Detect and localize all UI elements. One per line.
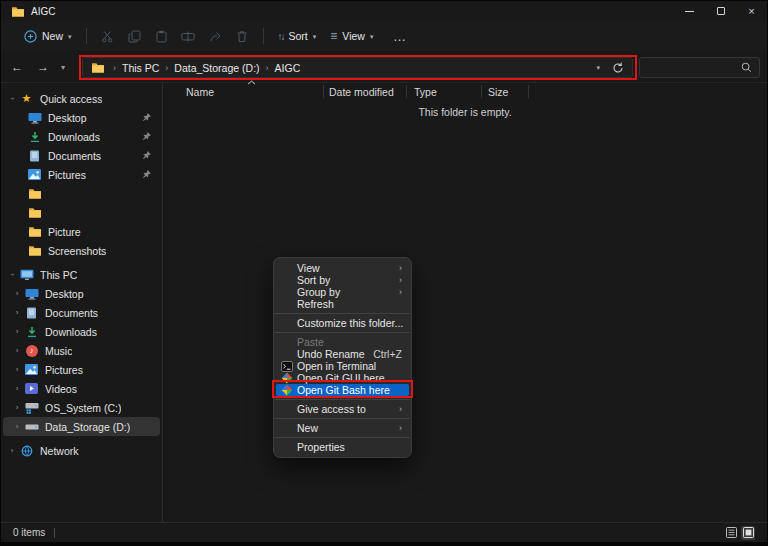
rename-button[interactable] [175, 25, 202, 47]
column-divider[interactable] [323, 85, 324, 98]
chevron-down-icon: › [8, 94, 17, 104]
column-header-date-modified[interactable]: Date modified [329, 86, 394, 98]
search-box[interactable] [639, 57, 760, 78]
chevron-right-icon: › [12, 346, 22, 355]
menu-item-view[interactable]: View › [274, 262, 411, 274]
menu-item-group-by[interactable]: Group by › [274, 286, 411, 298]
network-icon [19, 444, 34, 457]
sidebar-item-folder[interactable] [3, 203, 160, 222]
drive-icon [24, 420, 39, 433]
sidebar-item-pc-music[interactable]: › ♪ Music [3, 341, 160, 360]
toolbar-separator [263, 28, 264, 44]
more-options-button[interactable]: … [386, 25, 413, 47]
git-icon [281, 372, 294, 384]
view-icon: ≡ [330, 29, 337, 43]
sidebar-item-desktop[interactable]: Desktop [3, 108, 160, 127]
pin-icon [142, 169, 152, 179]
menu-item-undo-rename[interactable]: Undo Rename Ctrl+Z [274, 348, 411, 360]
chevron-down-icon: › [8, 270, 17, 280]
details-view-button[interactable] [724, 526, 738, 540]
chevron-down-icon: ▾ [68, 33, 72, 40]
sidebar-item-this-pc[interactable]: › This PC [3, 265, 160, 284]
sidebar-item-pc-videos[interactable]: › Videos [3, 379, 160, 398]
pictures-icon [27, 168, 42, 181]
sidebar-item-drive-c[interactable]: › OS_System (C:) [3, 398, 160, 417]
sidebar-item-folder[interactable] [3, 184, 160, 203]
breadcrumb-data-storage[interactable]: Data_Storage (D:) [172, 62, 261, 74]
sort-ascending-icon [247, 80, 256, 85]
column-header-size[interactable]: Size [488, 86, 508, 98]
sidebar-item-pictures[interactable]: Pictures [3, 165, 160, 184]
submenu-arrow-icon: › [399, 403, 402, 415]
breadcrumb-aigc[interactable]: AIGC [273, 62, 303, 74]
menu-item-sort-by[interactable]: Sort by › [274, 274, 411, 286]
copy-button[interactable] [121, 25, 148, 47]
menu-item-open-in-terminal[interactable]: Open in Terminal [274, 360, 411, 372]
submenu-arrow-icon: › [399, 422, 402, 434]
menu-item-customize-folder[interactable]: Customize this folder... [274, 317, 411, 329]
sidebar-item-picture[interactable]: Picture [3, 222, 160, 241]
drive-windows-icon [24, 401, 39, 414]
address-dropdown-button[interactable]: ▾ [596, 64, 600, 71]
submenu-arrow-icon: › [399, 262, 402, 274]
refresh-button[interactable] [612, 62, 624, 74]
sidebar-item-pc-desktop[interactable]: › Desktop [3, 284, 160, 303]
menu-item-open-git-gui[interactable]: Open Git GUI here [274, 372, 411, 384]
more-icon: … [393, 29, 407, 44]
back-button[interactable]: ← [9, 60, 25, 74]
sidebar-item-screenshots[interactable]: Screenshots [3, 241, 160, 260]
address-bar[interactable]: › This PC › Data_Storage (D:) › AIGC ▾ [82, 57, 633, 78]
sidebar-item-pc-pictures[interactable]: › Pictures [3, 360, 160, 379]
submenu-arrow-icon: › [399, 274, 402, 286]
empty-folder-message: This folder is empty. [163, 106, 767, 118]
sidebar-item-network[interactable]: › Network [3, 441, 160, 460]
forward-icon: → [37, 60, 49, 74]
close-icon: × [748, 5, 754, 17]
menu-item-paste[interactable]: Paste [274, 336, 411, 348]
minimize-button[interactable] [674, 1, 705, 21]
new-button[interactable]: New ▾ [17, 26, 79, 47]
sidebar-item-documents[interactable]: Documents [3, 146, 160, 165]
column-header-type[interactable]: Type [414, 86, 437, 98]
recent-locations-button[interactable]: ▾ [61, 63, 71, 72]
downloads-icon [24, 325, 39, 338]
menu-item-open-git-bash[interactable]: Open Git Bash here [276, 384, 409, 396]
pin-icon [142, 131, 152, 141]
desktop-icon [27, 111, 42, 124]
sidebar-item-downloads[interactable]: Downloads [3, 127, 160, 146]
delete-button[interactable] [229, 25, 256, 47]
sort-button[interactable]: ↑↓ Sort ▾ [271, 26, 324, 46]
paste-button[interactable] [148, 25, 175, 47]
menu-item-properties[interactable]: Properties [274, 441, 411, 453]
copy-icon [128, 30, 141, 43]
sidebar-item-pc-downloads[interactable]: › Downloads [3, 322, 160, 341]
sidebar-item-quick-access[interactable]: › ★ Quick access [3, 89, 160, 108]
column-divider[interactable] [406, 85, 407, 98]
thumbnail-view-icon [743, 527, 754, 538]
breadcrumb-this-pc[interactable]: This PC [120, 62, 161, 74]
menu-separator [275, 418, 410, 419]
column-divider[interactable] [528, 85, 529, 98]
forward-button[interactable]: → [35, 60, 51, 74]
share-button[interactable] [202, 25, 229, 47]
menu-separator [275, 399, 410, 400]
cut-button[interactable] [94, 25, 121, 47]
maximize-button[interactable] [705, 1, 736, 21]
chevron-right-icon: › [7, 446, 17, 455]
menu-item-give-access-to[interactable]: Give access to › [274, 403, 411, 415]
close-button[interactable]: × [736, 1, 767, 21]
sidebar-item-pc-documents[interactable]: › Documents [3, 303, 160, 322]
column-header-name[interactable]: Name [186, 86, 214, 98]
column-divider[interactable] [481, 85, 482, 98]
thumbnail-view-button[interactable] [741, 526, 755, 540]
menu-item-new[interactable]: New › [274, 422, 411, 434]
chevron-right-icon: › [12, 289, 22, 298]
menu-item-refresh[interactable]: Refresh [274, 298, 411, 310]
search-icon [741, 62, 752, 73]
delete-icon [236, 30, 248, 43]
search-input[interactable] [640, 62, 741, 73]
plus-circle-icon [24, 30, 37, 43]
music-icon: ♪ [24, 344, 39, 357]
view-button[interactable]: ≡ View ▾ [323, 25, 380, 47]
sidebar-item-drive-d[interactable]: › Data_Storage (D:) [3, 417, 160, 436]
